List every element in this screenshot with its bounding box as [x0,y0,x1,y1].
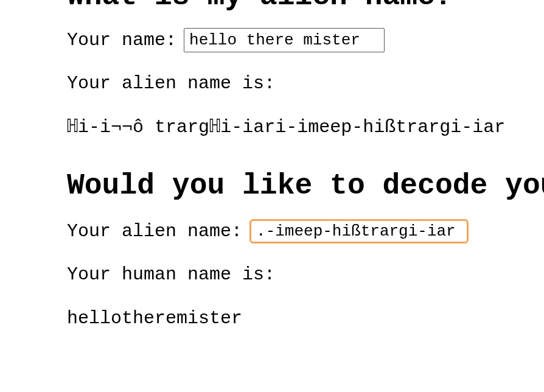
encode-heading: What is my alien name? [67,0,544,11]
name-field-row: Your name: [67,28,544,52]
alien-name-label: Your alien name: [67,221,242,242]
name-input[interactable] [184,28,385,52]
human-result-label: Your human name is: [67,262,544,287]
name-label: Your name: [67,30,176,51]
human-result-value: hellotheremister [67,306,544,331]
alien-field-row: Your alien name: [67,219,544,243]
alien-name-input[interactable] [249,219,469,243]
decode-heading: Would you like to decode your alien name… [67,169,544,202]
alien-result-value: ℍi-i¬¬ô trargℍi-iari-imeep-hißtrargi-iar [67,114,544,140]
alien-result-label: Your alien name is: [67,71,544,96]
